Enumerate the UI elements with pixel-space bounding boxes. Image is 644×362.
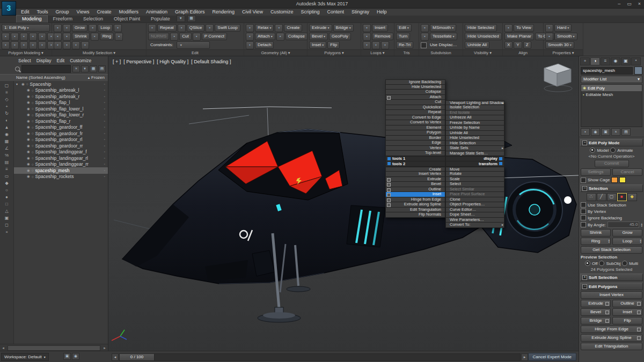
unhide-all-button[interactable]: Unhide All xyxy=(465,41,489,49)
motion-tab-icon[interactable]: ◉ xyxy=(611,57,620,65)
frozen-toggle-icon[interactable]: ▫ xyxy=(104,113,105,116)
ribbon-group-label[interactable]: Loops ▾ xyxy=(361,49,394,56)
frozen-toggle-icon[interactable]: ▫ xyxy=(104,132,105,135)
scene-tree-row[interactable]: ◉○Spaceship_flap_l▫ xyxy=(14,100,108,106)
qslice-icon[interactable]: ▪ xyxy=(178,24,186,32)
expand-icon[interactable]: + xyxy=(582,275,587,280)
rollout-selection[interactable]: −Selection xyxy=(580,184,643,192)
quad-item-isolate-selection[interactable]: Isolate Selection xyxy=(445,105,504,110)
ring-button[interactable]: Ring xyxy=(100,33,114,40)
object-name-field[interactable]: spaceship_mesh xyxy=(581,67,633,75)
scene-tree-row[interactable]: ◉○Spaceship_flap_lower_r▫ xyxy=(14,112,108,119)
timeline-next-icon[interactable]: ▸ xyxy=(521,353,528,361)
close-button[interactable]: × xyxy=(638,0,641,8)
settings-box-icon[interactable] xyxy=(605,319,609,323)
quad-item-repeat[interactable]: Repeat xyxy=(385,110,445,115)
column-header-frozen[interactable]: ▲ Frozen xyxy=(87,75,105,81)
quad-header-display[interactable]: display xyxy=(445,156,504,161)
scene-tree-row[interactable]: ▾◉○Spaceship▫ xyxy=(14,81,108,87)
frozen-toggle-icon[interactable]: ▫ xyxy=(104,157,105,160)
frozen-toggle-icon[interactable]: ▫ xyxy=(104,83,105,86)
render-setup-icon[interactable]: ▣ xyxy=(3,215,11,221)
relax-button[interactable]: Relax▾ xyxy=(255,24,274,32)
create-geo-icon[interactable]: ▪ xyxy=(275,24,283,32)
bridge-button[interactable]: Bridge xyxy=(581,317,611,324)
model-radio[interactable] xyxy=(590,147,595,153)
inset-button[interactable]: Inset▾ xyxy=(309,41,326,49)
scene-tree-row[interactable]: ◉○Spaceship_airbreak_r▫ xyxy=(14,93,108,100)
shrink-button[interactable]: Shrink xyxy=(72,33,90,40)
ribbon-group-label[interactable]: Align xyxy=(503,49,543,56)
invert-selection-icon[interactable]: ▪ xyxy=(54,33,62,41)
quad-item-convert-to[interactable]: Convert To:▸ xyxy=(445,223,504,228)
select-object-icon[interactable]: ▢ xyxy=(3,83,11,89)
quad-item-attach[interactable]: Attach xyxy=(385,95,445,100)
remove-modifier-icon[interactable]: × xyxy=(611,128,620,136)
viewport-label-high-quality[interactable]: [ High Quality ] xyxy=(157,59,188,64)
menu-group[interactable]: Group xyxy=(52,9,73,16)
frozen-toggle-icon[interactable]: ▫ xyxy=(104,150,105,153)
ignore-backfacing-checkbox[interactable] xyxy=(581,215,586,220)
frozen-toggle-icon[interactable]: ▫ xyxy=(104,162,105,166)
flip-button[interactable]: Flip xyxy=(327,41,340,49)
ribbon-tab-freeform[interactable]: Freeform xyxy=(48,16,78,23)
bridge-button[interactable]: Bridge▾ xyxy=(333,24,354,32)
edit-button[interactable]: Edit▾ xyxy=(396,24,412,32)
cage-color-swatch[interactable] xyxy=(619,177,626,183)
settings-box-icon[interactable] xyxy=(387,178,391,182)
extrude-button[interactable]: Extrude xyxy=(581,300,611,307)
isolate-selection-toggle-icon[interactable]: ▣ xyxy=(63,353,71,360)
quad-item-extrude[interactable]: Extrude xyxy=(385,177,445,182)
preview-multi-radio[interactable] xyxy=(622,261,627,266)
previous-modifier-icon[interactable]: ▪ xyxy=(20,41,28,49)
quad-item-convert-to-vertex[interactable]: Convert to Vertex xyxy=(385,120,445,125)
select-rotate-icon[interactable]: ◐ xyxy=(3,117,11,124)
frozen-toggle-icon[interactable]: ▫ xyxy=(104,125,105,129)
quad-item-freeze-selection[interactable]: Freeze Selection xyxy=(445,121,504,126)
ribbon-group-label[interactable]: Visibility ▾ xyxy=(463,49,502,56)
build-end-icon[interactable]: ▪ xyxy=(381,41,389,49)
y-button[interactable]: Y xyxy=(514,41,522,49)
quad-item-hide-unselected[interactable]: Hide Unselected xyxy=(445,136,504,141)
select-filter-icon[interactable]: ▾ xyxy=(81,65,89,72)
ring-button[interactable]: Ring▴▾ xyxy=(581,238,611,245)
scroll-right-icon[interactable]: ▸ xyxy=(101,346,108,350)
remove-button[interactable]: Remove xyxy=(372,33,393,40)
border-mode-icon[interactable]: ▪ xyxy=(20,33,28,41)
show-end-result-icon[interactable]: ◉ xyxy=(591,128,600,136)
quad-item-rotate[interactable]: Rotate xyxy=(445,172,504,177)
tessellate-icon[interactable]: ▪ xyxy=(421,33,429,41)
object-color-swatch[interactable] xyxy=(634,67,642,75)
menu-help[interactable]: Help xyxy=(373,9,391,16)
frozen-toggle-icon[interactable]: ▫ xyxy=(104,95,105,98)
make-planar-button[interactable]: Make Planar xyxy=(504,33,534,40)
quad-item-wire-parameters[interactable]: Wire Parameters… xyxy=(445,218,504,223)
quad-item-curve-editor[interactable]: Curve Editor… xyxy=(445,208,504,213)
explorer-menu-edit[interactable]: Edit xyxy=(55,58,67,63)
settings-box-icon[interactable] xyxy=(637,336,641,340)
edit-triangulation-button[interactable]: Edit Triangulation xyxy=(581,343,642,350)
show-cage-checkbox[interactable] xyxy=(581,178,586,183)
collapse-icon[interactable]: − xyxy=(582,141,587,145)
spinner-control[interactable]: ▴▾ xyxy=(640,239,641,243)
swift-loop-icon[interactable]: ▪ xyxy=(206,24,214,32)
visibility-icon[interactable]: ◉ xyxy=(27,107,30,111)
scene-tree-row[interactable]: ◉○Spaceship_landinggear_rl▫ xyxy=(14,155,108,161)
use-stack-selection-checkbox[interactable] xyxy=(581,202,586,208)
snap-toggle-icon[interactable]: ∠ xyxy=(3,145,11,152)
quad-item-unhide-by-name[interactable]: Unhide by Name xyxy=(445,125,504,131)
reference-coordinate-icon[interactable]: ◉ xyxy=(3,131,11,138)
inset-button[interactable]: Inset xyxy=(612,308,642,316)
shrink-button[interactable]: Shrink xyxy=(581,229,611,237)
clear-search-icon[interactable]: × xyxy=(72,65,80,72)
visibility-icon[interactable]: ◉ xyxy=(27,94,30,99)
quad-item-extrude-along-spline[interactable]: Extrude along Spline xyxy=(385,202,445,208)
outline-selection-icon[interactable]: ▪ xyxy=(54,41,62,49)
quad-item-create[interactable]: Create xyxy=(385,167,445,172)
quad-item-state-sets[interactable]: State Sets▸ xyxy=(445,146,504,151)
spinner-control[interactable]: ▴▾ xyxy=(608,239,610,243)
select-open-icon[interactable]: ▪ xyxy=(81,41,89,49)
display-filter-icon[interactable]: ▦ xyxy=(90,65,97,72)
settings-box-icon[interactable] xyxy=(637,302,641,306)
visibility-icon[interactable]: ◉ xyxy=(27,162,30,166)
